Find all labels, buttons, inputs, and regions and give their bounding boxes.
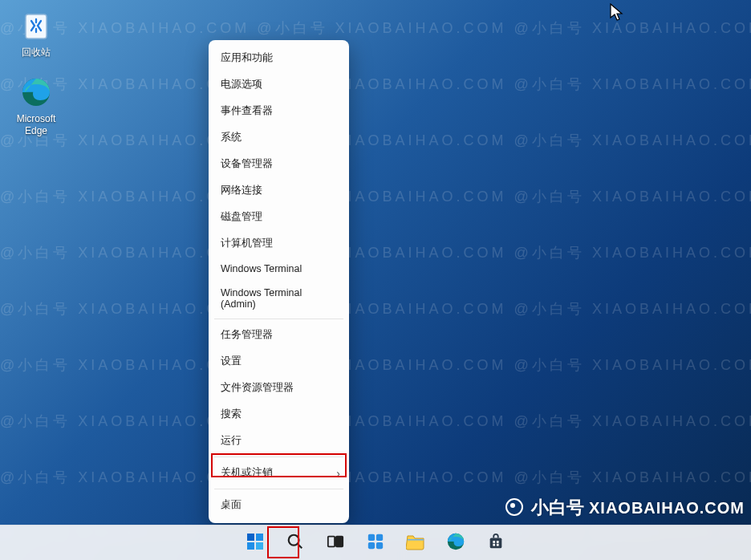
start-icon: [246, 532, 265, 554]
mouse-cursor-icon: [610, 3, 624, 22]
menu-item-windows-terminal-admin[interactable]: Windows Terminal (Admin): [209, 281, 348, 316]
menu-item-device-manager[interactable]: 设备管理器: [209, 151, 348, 177]
search-icon: [286, 533, 304, 554]
svg-rect-12: [368, 542, 375, 548]
svg-rect-5: [256, 542, 263, 550]
menu-item-desktop[interactable]: 桌面: [209, 492, 348, 518]
menu-item-shutdown-or-signout[interactable]: 关机或注销: [209, 460, 348, 486]
svg-rect-19: [493, 543, 495, 546]
winx-context-menu: 应用和功能电源选项事件查看器系统设备管理器网络连接磁盘管理计算机管理Window…: [209, 40, 349, 523]
menu-item-file-explorer[interactable]: 文件资源管理器: [209, 375, 348, 401]
svg-rect-14: [408, 539, 424, 541]
svg-rect-9: [336, 536, 343, 546]
recycle-bin-icon[interactable]: 回收站: [8, 8, 64, 59]
edge-icon[interactable]: Microsoft Edge: [8, 75, 64, 137]
svg-rect-13: [376, 542, 383, 548]
menu-item-disk-management[interactable]: 磁盘管理: [209, 204, 348, 230]
edge-icon: [446, 532, 465, 554]
start-button[interactable]: [242, 530, 269, 557]
task-view-button[interactable]: [322, 530, 349, 557]
menu-item-event-viewer[interactable]: 事件查看器: [209, 98, 348, 124]
svg-rect-18: [497, 541, 499, 543]
desktop-icons: 回收站 Microsoft Edge: [8, 8, 64, 153]
svg-rect-10: [368, 534, 375, 540]
recycle-bin-label: 回收站: [8, 47, 64, 59]
menu-item-windows-terminal[interactable]: Windows Terminal: [209, 257, 348, 281]
menu-item-task-manager[interactable]: 任务管理器: [209, 322, 348, 348]
wifi-icon: [505, 498, 523, 516]
svg-rect-0: [26, 14, 47, 39]
menu-item-settings[interactable]: 设置: [209, 348, 348, 375]
menu-item-network-connections[interactable]: 网络连接: [209, 177, 348, 204]
svg-point-6: [289, 534, 299, 545]
svg-rect-16: [490, 538, 502, 548]
svg-rect-2: [247, 534, 254, 541]
taskview-icon: [327, 533, 344, 554]
taskbar: [0, 525, 751, 560]
watermark-brand: 小白号 XIAOBAIHAO.COM: [505, 496, 745, 520]
store-icon: [487, 533, 505, 554]
menu-item-run[interactable]: 运行: [209, 428, 348, 454]
edge-button[interactable]: [442, 530, 469, 557]
watermark-overlay: @小白号 XIAOBAIHAO.COM @小白号 XIAOBAIHAO.COM …: [0, 0, 751, 560]
widgets-icon: [367, 533, 384, 554]
menu-divider: [214, 489, 343, 489]
menu-divider: [214, 319, 343, 319]
menu-item-system[interactable]: 系统: [209, 124, 348, 151]
menu-item-power-options[interactable]: 电源选项: [209, 71, 348, 98]
edge-label: Microsoft Edge: [8, 113, 64, 137]
file-explorer-button[interactable]: [402, 530, 429, 557]
svg-rect-11: [376, 534, 383, 540]
widgets-button[interactable]: [362, 530, 389, 557]
svg-rect-20: [497, 543, 499, 546]
svg-rect-17: [493, 541, 495, 543]
menu-item-computer-management[interactable]: 计算机管理: [209, 230, 348, 257]
search-button[interactable]: [282, 530, 309, 557]
explorer-icon: [406, 533, 425, 554]
store-button[interactable]: [482, 530, 509, 557]
svg-rect-4: [247, 542, 254, 550]
svg-rect-8: [328, 536, 335, 546]
svg-line-7: [298, 543, 302, 548]
menu-item-apps-and-features[interactable]: 应用和功能: [209, 45, 348, 71]
menu-divider: [214, 457, 343, 457]
menu-item-search[interactable]: 搜索: [209, 401, 348, 428]
svg-rect-3: [256, 534, 263, 541]
